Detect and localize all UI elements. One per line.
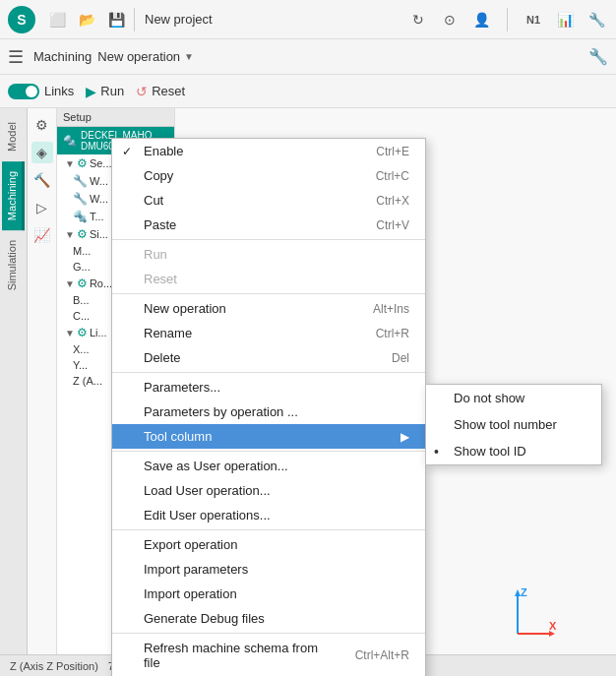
chevron-down-icon: ▼ bbox=[184, 51, 194, 62]
y-label: Y... bbox=[73, 359, 88, 371]
setup-icon[interactable]: ⚙ bbox=[31, 114, 53, 136]
tool-icon[interactable]: 🔨 bbox=[31, 169, 53, 191]
data-icon[interactable]: 🔧 bbox=[585, 8, 608, 31]
menu-item-import_op[interactable]: Import operation bbox=[112, 582, 425, 606]
menu-item-save_user_op[interactable]: Save as User operation... bbox=[112, 454, 425, 478]
menu-item-shortcut: Del bbox=[392, 351, 409, 365]
sim-arrow: ▼ bbox=[65, 229, 75, 240]
run-button[interactable]: ▶ Run bbox=[86, 84, 124, 99]
li-arrow: ▼ bbox=[65, 328, 75, 338]
context-menu: ✓EnableCtrl+ECopyCtrl+CCutCtrl+XPasteCtr… bbox=[111, 138, 426, 676]
menu-item-import_params[interactable]: Import parameters bbox=[112, 557, 425, 582]
menu-item-label: Refresh machine schema from file bbox=[144, 641, 336, 670]
wrench-icon[interactable]: 🔧 bbox=[588, 47, 608, 66]
ro-arrow: ▼ bbox=[65, 278, 75, 289]
w1-label: W... bbox=[90, 175, 108, 187]
ro-icon: ⚙ bbox=[77, 277, 88, 290]
submenu-item-label: Do not show bbox=[454, 391, 524, 405]
menu-item-shortcut: Ctrl+E bbox=[376, 145, 409, 158]
vertical-tabs: Model Machining Simulation bbox=[0, 108, 28, 676]
menu-item-edit_user_ops[interactable]: Edit User operations... bbox=[112, 503, 425, 527]
tab-model[interactable]: Model bbox=[2, 112, 25, 161]
m-label: M... bbox=[73, 245, 91, 257]
file-save-icon[interactable]: 💾 bbox=[104, 8, 128, 31]
setup-header: Setup bbox=[57, 108, 174, 127]
menu-separator bbox=[112, 372, 425, 373]
menu-item-label: Cut bbox=[144, 193, 163, 208]
hamburger-icon[interactable]: ☰ bbox=[8, 46, 24, 68]
chevron-right-icon: ▼ bbox=[65, 158, 75, 169]
menu-item-copy[interactable]: CopyCtrl+C bbox=[112, 163, 425, 188]
menu-item-run: Run bbox=[112, 242, 425, 267]
se-label: Se... bbox=[90, 157, 112, 169]
axis-indicator: Z X bbox=[498, 584, 557, 646]
links-label: Links bbox=[44, 84, 74, 98]
svg-text:X: X bbox=[549, 620, 557, 632]
menu-item-label: Save as User operation... bbox=[144, 459, 288, 473]
menu-item-label: Export operation bbox=[144, 537, 237, 552]
menu-item-export_op[interactable]: Export operation bbox=[112, 532, 425, 557]
li-icon: ⚙ bbox=[77, 326, 88, 339]
tab-machining[interactable]: Machining bbox=[2, 161, 25, 230]
menu-item-new_operation[interactable]: New operationAlt+Ins bbox=[112, 296, 425, 321]
c-label: C... bbox=[73, 310, 90, 322]
menu-item-refresh_machine[interactable]: Refresh machine schema from fileCtrl+Alt… bbox=[112, 636, 425, 675]
operation-label: New operation bbox=[97, 49, 180, 64]
menu-item-parameters_by_op[interactable]: Parameters by operation ... bbox=[112, 399, 425, 424]
menu-item-label: Reset bbox=[144, 272, 177, 286]
check-mark-icon: ✓ bbox=[122, 145, 132, 158]
active-icon[interactable]: ◈ bbox=[31, 142, 53, 163]
menu-item-reset: Reset bbox=[112, 267, 425, 291]
file-new-icon[interactable]: ⬜ bbox=[45, 8, 69, 31]
menu-separator bbox=[112, 529, 425, 530]
links-toggle[interactable]: Links bbox=[8, 84, 74, 99]
radio-dot-icon: • bbox=[434, 444, 439, 460]
app-logo: S bbox=[8, 6, 35, 33]
n1-icon[interactable]: N1 bbox=[522, 8, 545, 31]
submenu-item-show_tool_id[interactable]: •Show tool ID bbox=[426, 438, 601, 464]
menu-item-tool_column[interactable]: Tool column▶ bbox=[112, 424, 425, 449]
chart-icon[interactable]: 📊 bbox=[553, 8, 577, 31]
menu-item-shortcut: Alt+Ins bbox=[373, 302, 409, 316]
menu-separator bbox=[112, 293, 425, 294]
run-label: Run bbox=[100, 84, 124, 98]
menu-item-delete[interactable]: DeleteDel bbox=[112, 345, 425, 370]
w2-icon: 🔧 bbox=[73, 192, 88, 206]
t-label: T... bbox=[90, 211, 104, 222]
menu-item-parameters[interactable]: Parameters... bbox=[112, 375, 425, 399]
reset-button[interactable]: ↺ Reset bbox=[136, 84, 185, 99]
sim-icon[interactable]: ▷ bbox=[31, 197, 53, 218]
project-title: New project bbox=[145, 12, 213, 27]
menu-separator bbox=[112, 633, 425, 634]
menu-item-label: Load User operation... bbox=[144, 483, 271, 498]
section-label: Machining bbox=[33, 49, 92, 64]
machine-icon: 🔩 bbox=[63, 135, 77, 148]
file-open-icon[interactable]: 📂 bbox=[75, 8, 98, 31]
person-icon[interactable]: 👤 bbox=[469, 8, 493, 31]
menu-item-enable[interactable]: ✓EnableCtrl+E bbox=[112, 139, 425, 163]
toggle-thumb bbox=[26, 86, 37, 97]
camera-icon[interactable]: ⊙ bbox=[438, 8, 462, 31]
x-label: X... bbox=[73, 343, 90, 355]
chart-small-icon[interactable]: 📈 bbox=[31, 224, 53, 246]
menu-item-paste[interactable]: PasteCtrl+V bbox=[112, 213, 425, 237]
menu-item-cut[interactable]: CutCtrl+X bbox=[112, 188, 425, 213]
left-icon-panel: ⚙ ◈ 🔨 ▷ 📈 bbox=[28, 108, 57, 676]
second-toolbar: ☰ Machining New operation ▼ 🔧 bbox=[0, 39, 616, 75]
menu-item-label: Import parameters bbox=[144, 562, 248, 577]
w1-icon: 🔧 bbox=[73, 174, 88, 188]
menu-item-generate_debug[interactable]: Generate Debug files bbox=[112, 606, 425, 631]
menu-item-label: Edit User operations... bbox=[144, 508, 271, 522]
menu-item-shortcut: Ctrl+X bbox=[376, 194, 409, 208]
menu-item-rename[interactable]: RenameCtrl+R bbox=[112, 321, 425, 345]
right-divider bbox=[507, 8, 508, 31]
menu-separator bbox=[112, 451, 425, 452]
tab-simulation[interactable]: Simulation bbox=[2, 230, 25, 300]
operation-dropdown[interactable]: New operation ▼ bbox=[97, 49, 194, 64]
menu-item-label: Import operation bbox=[144, 586, 237, 601]
refresh-icon[interactable]: ↻ bbox=[406, 8, 430, 31]
menu-item-label: Parameters by operation ... bbox=[144, 404, 298, 419]
menu-item-load_user_op[interactable]: Load User operation... bbox=[112, 478, 425, 503]
submenu-item-show_tool_number[interactable]: Show tool number bbox=[426, 411, 601, 438]
submenu-item-do_not_show[interactable]: Do not show bbox=[426, 385, 601, 411]
